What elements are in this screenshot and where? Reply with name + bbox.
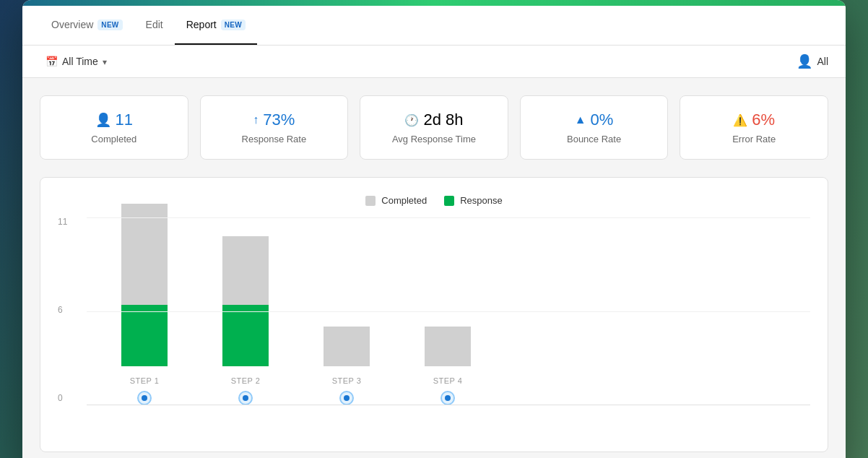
tab-overview-label: Overview	[51, 19, 93, 30]
up-arrow-icon: ↑	[253, 113, 259, 126]
metric-card-response-rate: ↑ 73% Response Rate	[200, 95, 349, 160]
triangle-icon: ▲	[575, 113, 586, 126]
person-circle-icon: 👤	[797, 53, 812, 69]
legend-response-dot	[444, 196, 454, 206]
tab-report-badge: NEW	[221, 20, 246, 30]
response-rate-label: Response Rate	[242, 134, 307, 144]
legend-response: Response	[444, 195, 503, 206]
tab-edit[interactable]: Edit	[134, 6, 175, 45]
metric-card-avg-response: 🕐 2d 8h Avg Response Time	[360, 95, 508, 160]
warning-icon: ⚠️	[733, 113, 747, 127]
avg-response-label: Avg Response Time	[392, 134, 476, 144]
y-label-6: 6	[58, 306, 67, 314]
tab-report-label: Report	[186, 19, 217, 30]
legend-completed-dot	[365, 196, 376, 206]
y-label-0: 0	[58, 394, 67, 402]
legend-response-label: Response	[460, 195, 503, 206]
time-filter-button[interactable]: 📅 All Time	[40, 53, 113, 70]
metric-card-error-rate: ⚠️ 6% Error Rate	[680, 95, 828, 160]
grid-line-6	[87, 311, 810, 312]
bounce-rate-value: ▲ 0%	[575, 111, 614, 129]
time-filter-label: All Time	[62, 56, 98, 67]
response-rate-value: ↑ 73%	[253, 111, 295, 129]
y-label-11: 11	[58, 217, 67, 226]
metric-card-bounce-rate: ▲ 0% Bounce Rate	[520, 95, 669, 160]
error-rate-label: Error Rate	[732, 134, 776, 144]
chart-area: 0 6 11 STEP 1	[58, 217, 810, 434]
metrics-row: 👤 11 Completed ↑ 73% Response Rate 🕐 2d …	[40, 95, 828, 160]
tab-overview[interactable]: Overview NEW	[40, 6, 134, 45]
calendar-icon: 📅	[45, 56, 58, 67]
tab-bar: Overview NEW Edit Report NEW	[40, 6, 828, 45]
user-filter-button[interactable]: 👤 All	[797, 53, 828, 69]
error-rate-value: ⚠️ 6%	[733, 111, 775, 129]
x-axis-line	[87, 405, 810, 405]
tab-edit-label: Edit	[146, 19, 163, 30]
metric-card-completed: 👤 11 Completed	[40, 95, 188, 160]
user-filter-label: All	[817, 56, 828, 67]
main-window: Overview NEW Edit Report NEW 📅 All Time …	[22, 0, 846, 458]
legend-completed-label: Completed	[381, 195, 427, 206]
person-icon: 👤	[95, 112, 111, 128]
tab-report[interactable]: Report NEW	[175, 6, 257, 45]
tab-overview-badge: NEW	[97, 20, 122, 30]
top-gradient-bar	[22, 0, 846, 6]
chevron-down-icon	[103, 56, 107, 67]
avg-response-value: 🕐 2d 8h	[404, 111, 463, 129]
completed-value: 👤 11	[95, 111, 133, 129]
clock-icon: 🕐	[404, 113, 419, 127]
y-axis: 0 6 11	[58, 217, 67, 405]
toolbar: 📅 All Time 👤 All	[22, 46, 846, 78]
legend-completed: Completed	[365, 195, 427, 206]
main-content: 👤 11 Completed ↑ 73% Response Rate 🕐 2d …	[22, 78, 846, 458]
header: Overview NEW Edit Report NEW	[22, 6, 846, 46]
grid-line-11	[87, 217, 810, 218]
bounce-rate-label: Bounce Rate	[567, 134, 621, 144]
chart-grid	[87, 217, 810, 405]
completed-label: Completed	[91, 134, 136, 144]
chart-container: Completed Response 0 6 11	[40, 177, 828, 452]
